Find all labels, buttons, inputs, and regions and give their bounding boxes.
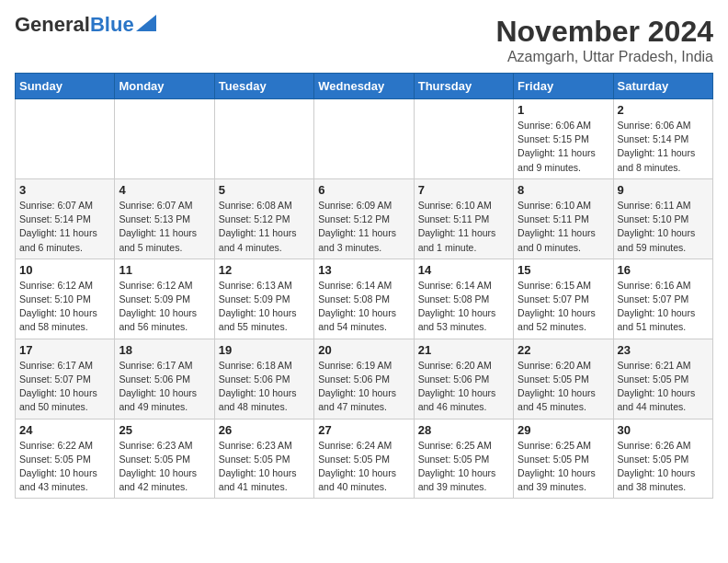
calendar-day-cell: 14Sunrise: 6:14 AM Sunset: 5:08 PM Dayli…: [414, 259, 513, 339]
day-info: Sunrise: 6:06 AM Sunset: 5:15 PM Dayligh…: [518, 119, 609, 175]
day-info: Sunrise: 6:23 AM Sunset: 5:05 PM Dayligh…: [119, 439, 210, 495]
calendar-day-cell: 11Sunrise: 6:12 AM Sunset: 5:09 PM Dayli…: [115, 259, 214, 339]
weekday-header: Sunday: [16, 74, 115, 99]
day-info: Sunrise: 6:20 AM Sunset: 5:05 PM Dayligh…: [518, 359, 609, 415]
day-info: Sunrise: 6:26 AM Sunset: 5:05 PM Dayligh…: [618, 439, 709, 495]
day-info: Sunrise: 6:20 AM Sunset: 5:06 PM Dayligh…: [418, 359, 509, 415]
svg-marker-0: [136, 15, 156, 31]
calendar-day-cell: 5Sunrise: 6:08 AM Sunset: 5:12 PM Daylig…: [214, 178, 313, 259]
day-number: 4: [119, 183, 210, 197]
main-title: November 2024: [495, 15, 713, 49]
calendar-day-cell: [16, 99, 115, 179]
day-number: 30: [618, 423, 709, 437]
day-number: 9: [618, 183, 709, 197]
day-number: 7: [418, 183, 509, 197]
day-number: 14: [418, 263, 509, 277]
calendar-table: SundayMondayTuesdayWednesdayThursdayFrid…: [15, 73, 713, 499]
day-info: Sunrise: 6:06 AM Sunset: 5:14 PM Dayligh…: [618, 119, 709, 175]
calendar-week-row: 24Sunrise: 6:22 AM Sunset: 5:05 PM Dayli…: [16, 419, 713, 499]
day-number: 11: [119, 263, 210, 277]
day-number: 15: [518, 263, 609, 277]
calendar-day-cell: 3Sunrise: 6:07 AM Sunset: 5:14 PM Daylig…: [16, 178, 115, 259]
day-number: 18: [119, 343, 210, 357]
calendar-day-cell: 19Sunrise: 6:18 AM Sunset: 5:06 PM Dayli…: [214, 339, 313, 419]
day-number: 29: [518, 423, 609, 437]
day-number: 6: [318, 183, 409, 197]
day-info: Sunrise: 6:24 AM Sunset: 5:05 PM Dayligh…: [318, 439, 409, 495]
day-number: 25: [119, 423, 210, 437]
day-number: 22: [518, 343, 609, 357]
calendar-day-cell: 24Sunrise: 6:22 AM Sunset: 5:05 PM Dayli…: [16, 419, 115, 499]
day-info: Sunrise: 6:17 AM Sunset: 5:06 PM Dayligh…: [119, 359, 210, 415]
calendar-day-cell: 29Sunrise: 6:25 AM Sunset: 5:05 PM Dayli…: [514, 419, 613, 499]
day-info: Sunrise: 6:25 AM Sunset: 5:05 PM Dayligh…: [418, 439, 509, 495]
weekday-header: Tuesday: [214, 74, 313, 99]
day-number: 26: [219, 423, 310, 437]
day-number: 3: [19, 183, 110, 197]
day-number: 27: [318, 423, 409, 437]
calendar-day-cell: 18Sunrise: 6:17 AM Sunset: 5:06 PM Dayli…: [115, 339, 214, 419]
logo-icon: [136, 15, 156, 31]
day-number: 19: [219, 343, 310, 357]
calendar-day-cell: 2Sunrise: 6:06 AM Sunset: 5:14 PM Daylig…: [613, 99, 712, 179]
day-number: 8: [518, 183, 609, 197]
calendar-day-cell: 21Sunrise: 6:20 AM Sunset: 5:06 PM Dayli…: [414, 339, 513, 419]
day-number: 21: [418, 343, 509, 357]
calendar-week-row: 10Sunrise: 6:12 AM Sunset: 5:10 PM Dayli…: [16, 259, 713, 339]
header-row: SundayMondayTuesdayWednesdayThursdayFrid…: [16, 74, 713, 99]
day-info: Sunrise: 6:10 AM Sunset: 5:11 PM Dayligh…: [518, 199, 609, 255]
calendar-day-cell: 13Sunrise: 6:14 AM Sunset: 5:08 PM Dayli…: [314, 259, 414, 339]
calendar-day-cell: 12Sunrise: 6:13 AM Sunset: 5:09 PM Dayli…: [214, 259, 313, 339]
day-info: Sunrise: 6:14 AM Sunset: 5:08 PM Dayligh…: [418, 279, 509, 335]
calendar-day-cell: 26Sunrise: 6:23 AM Sunset: 5:05 PM Dayli…: [214, 419, 313, 499]
calendar-day-cell: 15Sunrise: 6:15 AM Sunset: 5:07 PM Dayli…: [514, 259, 613, 339]
weekday-header: Saturday: [613, 74, 712, 99]
day-info: Sunrise: 6:13 AM Sunset: 5:09 PM Dayligh…: [219, 279, 310, 335]
calendar-day-cell: 25Sunrise: 6:23 AM Sunset: 5:05 PM Dayli…: [115, 419, 214, 499]
calendar-day-cell: 22Sunrise: 6:20 AM Sunset: 5:05 PM Dayli…: [514, 339, 613, 419]
calendar-day-cell: 27Sunrise: 6:24 AM Sunset: 5:05 PM Dayli…: [314, 419, 414, 499]
day-info: Sunrise: 6:23 AM Sunset: 5:05 PM Dayligh…: [219, 439, 310, 495]
day-number: 2: [618, 103, 709, 117]
day-number: 1: [518, 103, 609, 117]
title-block: November 2024 Azamgarh, Uttar Pradesh, I…: [495, 15, 713, 65]
day-number: 10: [19, 263, 110, 277]
calendar-header: SundayMondayTuesdayWednesdayThursdayFrid…: [16, 74, 713, 99]
day-info: Sunrise: 6:07 AM Sunset: 5:13 PM Dayligh…: [119, 199, 210, 255]
day-info: Sunrise: 6:17 AM Sunset: 5:07 PM Dayligh…: [19, 359, 110, 415]
calendar-day-cell: 10Sunrise: 6:12 AM Sunset: 5:10 PM Dayli…: [16, 259, 115, 339]
day-info: Sunrise: 6:10 AM Sunset: 5:11 PM Dayligh…: [418, 199, 509, 255]
weekday-header: Thursday: [414, 74, 513, 99]
day-number: 23: [618, 343, 709, 357]
weekday-header: Monday: [115, 74, 214, 99]
day-info: Sunrise: 6:09 AM Sunset: 5:12 PM Dayligh…: [318, 199, 409, 255]
day-info: Sunrise: 6:11 AM Sunset: 5:10 PM Dayligh…: [618, 199, 709, 255]
day-info: Sunrise: 6:21 AM Sunset: 5:05 PM Dayligh…: [618, 359, 709, 415]
day-info: Sunrise: 6:12 AM Sunset: 5:09 PM Dayligh…: [119, 279, 210, 335]
day-info: Sunrise: 6:12 AM Sunset: 5:10 PM Dayligh…: [19, 279, 110, 335]
day-number: 20: [318, 343, 409, 357]
calendar-day-cell: 20Sunrise: 6:19 AM Sunset: 5:06 PM Dayli…: [314, 339, 414, 419]
day-info: Sunrise: 6:16 AM Sunset: 5:07 PM Dayligh…: [618, 279, 709, 335]
calendar-body: 1Sunrise: 6:06 AM Sunset: 5:15 PM Daylig…: [16, 99, 713, 499]
calendar-day-cell: 16Sunrise: 6:16 AM Sunset: 5:07 PM Dayli…: [613, 259, 712, 339]
day-info: Sunrise: 6:19 AM Sunset: 5:06 PM Dayligh…: [318, 359, 409, 415]
calendar-day-cell: 9Sunrise: 6:11 AM Sunset: 5:10 PM Daylig…: [613, 178, 712, 259]
calendar-day-cell: 17Sunrise: 6:17 AM Sunset: 5:07 PM Dayli…: [16, 339, 115, 419]
day-number: 28: [418, 423, 509, 437]
day-number: 16: [618, 263, 709, 277]
day-number: 17: [19, 343, 110, 357]
logo: GeneralBlue: [15, 15, 156, 35]
calendar-day-cell: 4Sunrise: 6:07 AM Sunset: 5:13 PM Daylig…: [115, 178, 214, 259]
calendar-day-cell: [314, 99, 414, 179]
calendar-week-row: 17Sunrise: 6:17 AM Sunset: 5:07 PM Dayli…: [16, 339, 713, 419]
calendar-day-cell: [115, 99, 214, 179]
calendar-day-cell: 30Sunrise: 6:26 AM Sunset: 5:05 PM Dayli…: [613, 419, 712, 499]
calendar-week-row: 1Sunrise: 6:06 AM Sunset: 5:15 PM Daylig…: [16, 99, 713, 179]
day-info: Sunrise: 6:15 AM Sunset: 5:07 PM Dayligh…: [518, 279, 609, 335]
calendar-day-cell: [214, 99, 313, 179]
calendar-day-cell: [414, 99, 513, 179]
calendar-day-cell: 28Sunrise: 6:25 AM Sunset: 5:05 PM Dayli…: [414, 419, 513, 499]
day-info: Sunrise: 6:18 AM Sunset: 5:06 PM Dayligh…: [219, 359, 310, 415]
weekday-header: Wednesday: [314, 74, 414, 99]
